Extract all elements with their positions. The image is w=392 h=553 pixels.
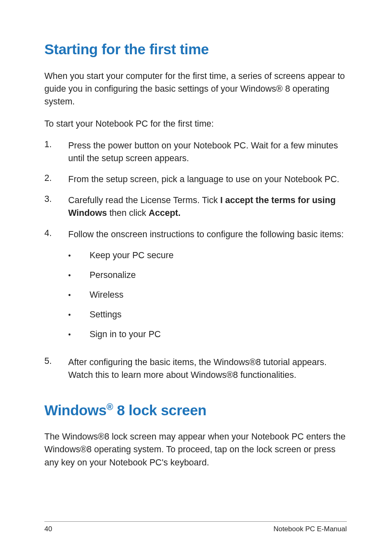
step-number: 5. <box>44 356 68 382</box>
step-text-pre: Carefully read the License Terms. Tick <box>68 195 220 205</box>
step-text-bold: Accept. <box>149 208 181 218</box>
step-number: 2. <box>44 173 68 186</box>
bullet-icon: • <box>68 308 90 321</box>
bullet-icon: • <box>68 249 90 261</box>
heading-post: 8 lock screen <box>113 402 206 418</box>
sublist-text: Wireless <box>90 289 123 301</box>
lock-screen-body: The Windows®8 lock screen may appear whe… <box>44 430 347 469</box>
heading-starting: Starting for the first time <box>44 41 347 58</box>
step-number: 1. <box>44 139 68 165</box>
bullet-icon: • <box>68 328 90 340</box>
step-4: 4. Follow the onscreen instructions to c… <box>44 228 347 348</box>
bullet-icon: • <box>68 289 90 301</box>
sublist-item: • Settings <box>68 308 347 321</box>
sublist-item: • Sign in to your PC <box>68 328 347 340</box>
sublist-item: • Keep your PC secure <box>68 249 347 261</box>
step-number: 3. <box>44 194 68 220</box>
section-lock-screen: Windows® 8 lock screen The Windows®8 loc… <box>44 402 347 469</box>
step-2: 2. From the setup screen, pick a languag… <box>44 173 347 186</box>
step-5: 5. After configuring the basic items, th… <box>44 356 347 382</box>
page-footer: 40 Notebook PC E-Manual <box>44 521 347 533</box>
step-text-mid: then click <box>107 208 149 218</box>
step-text: Follow the onscreen instructions to conf… <box>68 228 347 348</box>
step-text: From the setup screen, pick a language t… <box>68 173 347 186</box>
page-number: 40 <box>44 525 52 533</box>
step-text: Carefully read the License Terms. Tick I… <box>68 194 347 220</box>
sublist: • Keep your PC secure • Personalize • Wi… <box>68 249 347 340</box>
sublist-text: Keep your PC secure <box>90 249 173 261</box>
footer-title: Notebook PC E-Manual <box>273 525 347 533</box>
sublist-text: Sign in to your PC <box>90 328 161 340</box>
step-text: After configuring the basic items, the W… <box>68 356 347 382</box>
page-content: Starting for the first time When you sta… <box>0 0 392 469</box>
step-3: 3. Carefully read the License Terms. Tic… <box>44 194 347 220</box>
step-number: 4. <box>44 228 68 348</box>
intro-paragraph: When you start your computer for the fir… <box>44 70 347 109</box>
lead-paragraph: To start your Notebook PC for the first … <box>44 118 347 130</box>
heading-lock-screen: Windows® 8 lock screen <box>44 402 347 419</box>
sublist-text: Settings <box>90 308 122 321</box>
step-text-main: Follow the onscreen instructions to conf… <box>68 229 344 239</box>
step-text: Press the power button on your Notebook … <box>68 139 347 165</box>
bullet-icon: • <box>68 269 90 281</box>
step-1: 1. Press the power button on your Notebo… <box>44 139 347 165</box>
sublist-item: • Personalize <box>68 269 347 281</box>
registered-symbol: ® <box>106 402 113 412</box>
sublist-text: Personalize <box>90 269 136 281</box>
heading-pre: Windows <box>44 402 106 418</box>
sublist-item: • Wireless <box>68 289 347 301</box>
